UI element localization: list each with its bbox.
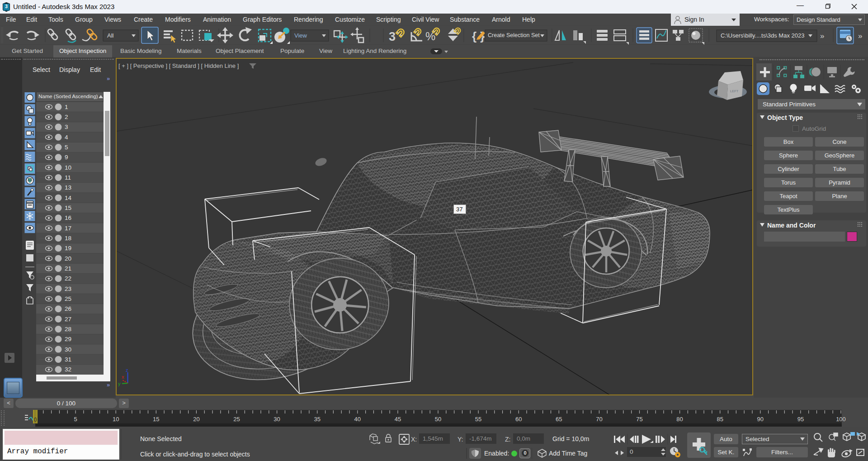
svg-text:18: 18: [65, 235, 71, 242]
svg-text:3: 3: [5, 4, 8, 9]
svg-text:20: 20: [65, 255, 71, 262]
svg-text:35: 35: [314, 416, 320, 423]
svg-text:30: 30: [274, 416, 280, 423]
svg-text:1: 1: [65, 104, 68, 110]
svg-text:15: 15: [65, 204, 71, 211]
svg-text:45: 45: [395, 416, 401, 423]
svg-text:10: 10: [65, 164, 71, 171]
svg-text:C:\Users\billy....ts\3ds Max 2: C:\Users\billy....ts\3ds Max 2023: [721, 32, 804, 39]
svg-text:65: 65: [556, 416, 562, 423]
svg-text:»: »: [820, 32, 824, 40]
svg-text:10: 10: [113, 416, 119, 423]
svg-text:{: {: [472, 29, 476, 43]
svg-text:20: 20: [193, 416, 199, 423]
svg-text:100: 100: [836, 416, 846, 423]
svg-text:19: 19: [65, 245, 71, 252]
svg-text:90: 90: [757, 416, 764, 423]
svg-text:View: View: [294, 32, 307, 39]
svg-text:x: x: [122, 374, 124, 380]
svg-text:25: 25: [65, 295, 71, 302]
svg-text:26: 26: [65, 305, 71, 312]
svg-text:31: 31: [65, 356, 71, 363]
svg-text:13: 13: [65, 184, 71, 191]
svg-text:21: 21: [65, 265, 71, 272]
svg-text:16: 16: [65, 214, 71, 221]
svg-text:40: 40: [354, 416, 361, 423]
svg-text:LEFT: LEFT: [730, 89, 739, 93]
svg-text:2: 2: [65, 114, 68, 120]
svg-text:0: 0: [34, 417, 37, 423]
svg-text:85: 85: [717, 416, 723, 423]
svg-text:3: 3: [389, 30, 396, 43]
svg-text:3: 3: [65, 124, 68, 130]
svg-text:»: »: [858, 32, 862, 40]
svg-text:15: 15: [153, 416, 159, 423]
svg-text:95: 95: [797, 416, 804, 423]
svg-text:60: 60: [515, 416, 522, 423]
svg-text:z: z: [126, 367, 128, 373]
svg-text:80: 80: [676, 416, 683, 423]
svg-text:55: 55: [475, 416, 481, 423]
svg-text:14: 14: [65, 195, 72, 201]
svg-text:75: 75: [636, 416, 642, 423]
svg-text:5: 5: [65, 144, 68, 151]
svg-text:50: 50: [435, 416, 441, 423]
svg-text:23: 23: [65, 285, 71, 292]
svg-text:Create Selection Set: Create Selection Set: [488, 32, 540, 38]
svg-text:30: 30: [65, 346, 71, 353]
svg-text:29: 29: [65, 336, 71, 342]
svg-text:28: 28: [65, 326, 71, 333]
svg-text:25: 25: [233, 416, 240, 423]
svg-text:5: 5: [74, 416, 77, 423]
svg-text:4: 4: [65, 134, 68, 141]
svg-text:70: 70: [596, 416, 602, 423]
svg-text:All: All: [107, 32, 114, 39]
svg-text:27: 27: [65, 316, 71, 323]
svg-text:11: 11: [65, 174, 71, 181]
svg-text:32: 32: [65, 366, 71, 373]
svg-text:y: y: [118, 381, 121, 386]
svg-text:9: 9: [65, 154, 68, 161]
svg-text:22: 22: [65, 275, 71, 282]
svg-text:17: 17: [65, 225, 71, 232]
